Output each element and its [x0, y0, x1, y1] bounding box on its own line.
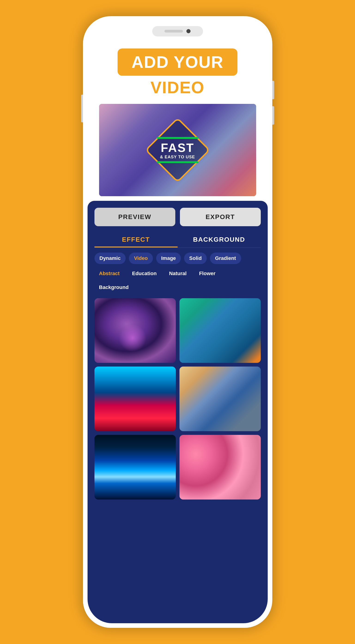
sub-chip-background[interactable]: Background: [95, 282, 133, 293]
chip-gradient[interactable]: Gradient: [210, 252, 241, 264]
front-camera: [186, 29, 191, 33]
export-button[interactable]: EXPORT: [180, 208, 261, 226]
gallery-item-6[interactable]: [179, 435, 261, 500]
gallery-item-4[interactable]: [179, 366, 261, 431]
headline-section: ADD YOUR VIDEO: [88, 42, 268, 102]
app-panel: PREVIEW EXPORT EFFECT BACKGROUND Dynamic…: [88, 201, 268, 623]
sub-chip-education[interactable]: Education: [128, 268, 161, 279]
headline-box: ADD YOUR: [118, 48, 237, 76]
gallery-grid: [95, 298, 261, 500]
chip-solid[interactable]: Solid: [184, 252, 207, 264]
video-text-overlay: FAST & EASY TO USE: [157, 137, 198, 163]
phone-notch: [152, 26, 203, 36]
green-line-top: [157, 137, 198, 139]
video-preview[interactable]: FAST & EASY TO USE: [99, 104, 256, 196]
volume-down-button[interactable]: [272, 106, 274, 125]
green-line-bottom: [157, 161, 198, 163]
volume-up-button[interactable]: [272, 81, 274, 99]
tab-row: EFFECT BACKGROUND: [95, 233, 261, 248]
action-buttons-row: PREVIEW EXPORT: [95, 208, 261, 226]
speaker-grille: [164, 30, 183, 32]
fast-text: FAST: [157, 141, 198, 155]
chip-dynamic[interactable]: Dynamic: [95, 252, 126, 264]
tab-effect[interactable]: EFFECT: [95, 233, 178, 248]
phone-mockup: ADD YOUR VIDEO FAST & EASY TO USE: [83, 16, 272, 628]
tab-background[interactable]: BACKGROUND: [178, 233, 261, 248]
power-button[interactable]: [81, 95, 83, 122]
sub-chip-flower[interactable]: Flower: [194, 268, 220, 279]
filter-chips-row: Dynamic Video Image Solid Gradient: [95, 252, 261, 264]
phone-notch-area: [88, 21, 268, 42]
headline-line2: VIDEO: [150, 78, 204, 97]
gallery-item-1[interactable]: [95, 298, 176, 363]
chip-video[interactable]: Video: [129, 252, 153, 264]
gallery-item-2[interactable]: [179, 298, 261, 363]
sub-chips-row: Abstract Education Natural Flower Backgr…: [95, 268, 261, 293]
video-background: FAST & EASY TO USE: [99, 104, 256, 196]
preview-button[interactable]: PREVIEW: [95, 208, 175, 226]
sub-chip-abstract[interactable]: Abstract: [95, 268, 124, 279]
gallery-item-3[interactable]: [95, 366, 176, 431]
easy-text: & EASY TO USE: [157, 155, 198, 160]
chip-image[interactable]: Image: [156, 252, 181, 264]
headline-line1: ADD YOUR: [131, 53, 224, 71]
phone-screen: ADD YOUR VIDEO FAST & EASY TO USE: [88, 21, 268, 623]
phone-content-area: ADD YOUR VIDEO FAST & EASY TO USE: [88, 42, 268, 623]
sub-chip-natural[interactable]: Natural: [164, 268, 191, 279]
gallery-item-5[interactable]: [95, 435, 176, 500]
